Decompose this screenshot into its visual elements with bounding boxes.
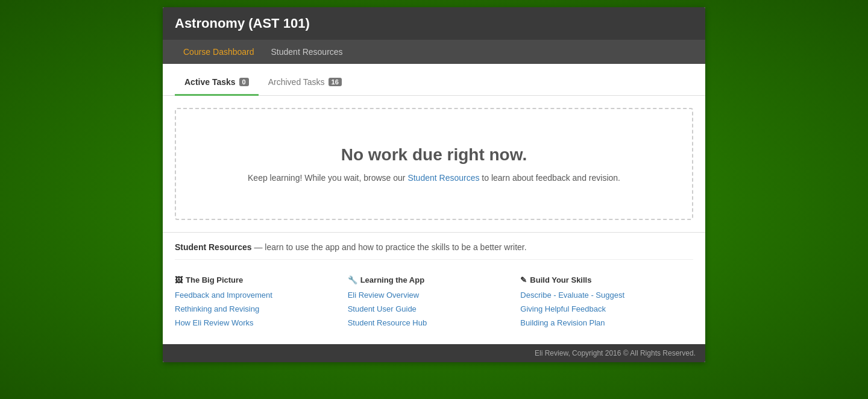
empty-state-text-before: Keep learning! While you wait, browse ou… xyxy=(248,173,407,183)
big-picture-title-text: The Big Picture xyxy=(186,275,243,284)
learning-app-icon: 🔧 xyxy=(348,275,357,284)
learning-app-title: 🔧 Learning the App xyxy=(348,275,521,284)
nav-course-dashboard[interactable]: Course Dashboard xyxy=(175,40,263,64)
active-tasks-badge: 0 xyxy=(239,78,249,86)
nav-bar: Course Dashboard Student Resources xyxy=(163,40,705,64)
empty-state-title: No work due right now. xyxy=(188,145,680,165)
student-resources-header-bold: Student Resources xyxy=(175,242,252,252)
big-picture-title: 🖼 The Big Picture xyxy=(175,275,348,284)
link-describe-evaluate[interactable]: Describe - Evaluate - Suggest xyxy=(520,291,693,300)
empty-state-text-after: to learn about feedback and revision. xyxy=(479,173,620,183)
link-feedback-improvement[interactable]: Feedback and Improvement xyxy=(175,291,348,300)
resources-col-big-picture: 🖼 The Big Picture Feedback and Improveme… xyxy=(175,275,348,332)
footer: Eli Review, Copyright 2016 © All Rights … xyxy=(163,344,705,362)
link-eli-overview[interactable]: Eli Review Overview xyxy=(348,291,521,300)
student-resources-header-rest: — learn to use the app and how to practi… xyxy=(252,242,527,252)
resources-columns: 🖼 The Big Picture Feedback and Improveme… xyxy=(163,266,705,344)
student-resources-link[interactable]: Student Resources xyxy=(407,173,479,183)
tabs-container: Active Tasks 0 Archived Tasks 16 xyxy=(163,70,705,96)
learning-app-title-text: Learning the App xyxy=(360,275,424,284)
link-building-revision-plan[interactable]: Building a Revision Plan xyxy=(520,318,693,327)
resources-col-build-skills: ✎ Build Your Skills Describe - Evaluate … xyxy=(520,275,693,332)
build-skills-title-text: Build Your Skills xyxy=(530,275,591,284)
student-resources-section: Student Resources — learn to use the app… xyxy=(163,232,705,260)
link-giving-helpful-feedback[interactable]: Giving Helpful Feedback xyxy=(520,304,693,313)
link-rethinking-revising[interactable]: Rethinking and Revising xyxy=(175,304,348,313)
link-student-resource-hub[interactable]: Student Resource Hub xyxy=(348,318,521,327)
resources-col-learning-app: 🔧 Learning the App Eli Review Overview S… xyxy=(348,275,521,332)
tab-active-tasks[interactable]: Active Tasks 0 xyxy=(175,70,259,96)
link-student-user-guide[interactable]: Student User Guide xyxy=(348,304,521,313)
footer-text: Eli Review, Copyright 2016 © All Rights … xyxy=(535,349,696,357)
main-container: Astronomy (AST 101) Course Dashboard Stu… xyxy=(163,7,705,362)
build-skills-icon: ✎ xyxy=(520,275,527,284)
link-how-eli-works[interactable]: How Eli Review Works xyxy=(175,318,348,327)
student-resources-header: Student Resources — learn to use the app… xyxy=(175,242,693,260)
archived-tasks-badge: 16 xyxy=(329,78,342,86)
empty-state-text: Keep learning! While you wait, browse ou… xyxy=(188,173,680,183)
app-header: Astronomy (AST 101) xyxy=(163,7,705,40)
app-title: Astronomy (AST 101) xyxy=(175,16,310,31)
big-picture-icon: 🖼 xyxy=(175,275,183,284)
content-area: Active Tasks 0 Archived Tasks 16 No work… xyxy=(163,70,705,344)
archived-tasks-label: Archived Tasks xyxy=(268,77,325,87)
tab-archived-tasks[interactable]: Archived Tasks 16 xyxy=(259,70,351,96)
active-tasks-label: Active Tasks xyxy=(184,77,236,87)
nav-student-resources[interactable]: Student Resources xyxy=(263,40,351,64)
build-skills-title: ✎ Build Your Skills xyxy=(520,275,693,284)
empty-state: No work due right now. Keep learning! Wh… xyxy=(175,108,693,220)
